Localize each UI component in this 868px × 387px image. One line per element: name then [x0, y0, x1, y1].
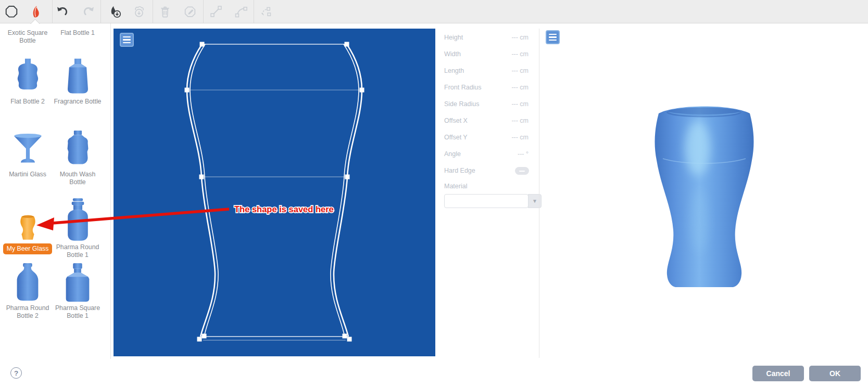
shape-label: Exotic Square Bottle: [2, 29, 54, 45]
revolve-shape-tool-icon[interactable]: [27, 3, 44, 20]
shape-thumbnail[interactable]: [52, 56, 104, 96]
toolbar-divider: [203, 0, 204, 23]
shape-label: Flat Bottle 2: [2, 98, 54, 106]
property-value: --- cm: [511, 34, 529, 41]
sidebar-item-pharma-round-bottle-2[interactable]: Pharma Round Bottle 2: [2, 260, 54, 320]
panel-divider: [539, 29, 539, 358]
property-label: Front Radius: [444, 84, 482, 91]
sidebar-item-pharma-square-bottle-1[interactable]: Pharma Square Bottle 1: [52, 260, 104, 320]
material-input[interactable]: ▼: [444, 194, 529, 208]
property-row-angle: Angle--- °: [444, 150, 529, 161]
profile-left-outer: [187, 44, 215, 337]
profile-handle[interactable]: [197, 337, 202, 342]
property-value: --- °: [518, 150, 529, 158]
shape-label: Pharma Round Bottle 2: [2, 304, 54, 320]
properties-panel: Height--- cmWidth--- cmLength--- cmFront…: [440, 29, 533, 211]
toolbar-divider: [52, 0, 53, 23]
property-row-length: Length--- cm: [444, 67, 529, 78]
property-row-offset-x: Offset X--- cm: [444, 117, 529, 127]
edit-nodes-icon: [257, 3, 274, 20]
shape-designer-window: Exotic Square BottleFlat Bottle 1Flat Bo…: [0, 0, 868, 387]
shape-label: Pharma Round Bottle 1: [52, 243, 104, 259]
profile-handle[interactable]: [199, 175, 204, 179]
property-row-offset-y: Offset Y--- cm: [444, 134, 529, 144]
material-dropdown-button[interactable]: ▼: [528, 194, 542, 208]
shape-label: Fragrance Bottle: [52, 98, 104, 106]
preview-menu-icon[interactable]: [546, 30, 560, 44]
shape-thumbnail[interactable]: [52, 197, 104, 242]
property-value: --- cm: [511, 67, 529, 74]
property-row-front-radius: Front Radius--- cm: [444, 84, 529, 94]
help-icon: ?: [14, 369, 18, 377]
property-value: --- cm: [511, 117, 529, 124]
beer-glass-3d-preview[interactable]: [648, 99, 760, 292]
property-row-side-radius: Side Radius--- cm: [444, 100, 529, 111]
delete-icon: [156, 3, 174, 20]
shape-label: Martini Glass: [2, 171, 54, 178]
help-button[interactable]: ?: [10, 367, 22, 379]
glass-highlight: [685, 121, 710, 175]
profile-handle[interactable]: [360, 88, 364, 93]
material-row: Material: [444, 183, 529, 193]
toolbar-divider: [153, 0, 153, 23]
profile-handle[interactable]: [345, 42, 349, 47]
ok-label: OK: [829, 369, 840, 378]
glass-highlight-2: [691, 190, 708, 252]
material-label: Material: [444, 183, 467, 190]
shape-label: Flat Bottle 1: [52, 29, 104, 37]
shape-label: Mouth Wash Bottle: [52, 171, 104, 186]
straight-segment-icon: [207, 3, 225, 20]
profile-handle[interactable]: [185, 88, 190, 93]
ok-button[interactable]: OK: [809, 366, 861, 381]
profile-handle[interactable]: [345, 175, 350, 179]
property-value: --- cm: [511, 100, 529, 108]
shape-thumbnail[interactable]: [2, 125, 54, 169]
profile-handle[interactable]: [347, 337, 352, 342]
toolbar-divider: [254, 0, 254, 23]
cancel-label: Cancel: [766, 369, 790, 378]
hard-edge-toggle: [515, 167, 529, 175]
profile-handle[interactable]: [202, 334, 207, 339]
property-label: Offset Y: [444, 134, 468, 141]
toolbar: [0, 0, 868, 23]
save-shape-icon[interactable]: [106, 3, 123, 20]
property-row-height: Height--- cm: [444, 34, 529, 44]
property-value: --- cm: [511, 84, 529, 91]
property-label: Length: [444, 67, 464, 74]
sidebar-item-flat-bottle-1[interactable]: Flat Bottle 1: [52, 28, 104, 37]
sidebar-item-mouth-wash-bottle[interactable]: Mouth Wash Bottle: [52, 125, 104, 186]
profile-handle[interactable]: [200, 42, 205, 47]
shape-thumbnail[interactable]: [52, 125, 104, 169]
toolbar-divider: [100, 0, 101, 23]
download-shape-icon: [130, 3, 148, 20]
redo-icon: [80, 3, 97, 20]
polygon-tool-icon[interactable]: [3, 3, 20, 20]
undo-icon[interactable]: [54, 3, 71, 20]
sidebar-item-my-beer-glass[interactable]: My Beer Glass: [2, 197, 54, 254]
sidebar-item-flat-bottle-2[interactable]: Flat Bottle 2: [2, 56, 54, 106]
property-label: Side Radius: [444, 100, 479, 108]
shape-profile-outline[interactable]: [114, 29, 435, 356]
shape-thumbnail[interactable]: [52, 260, 104, 303]
shape-gallery: Exotic Square BottleFlat Bottle 1Flat Bo…: [0, 23, 111, 359]
profile-handles: [185, 42, 364, 342]
shape-thumbnail[interactable]: [2, 197, 54, 242]
property-label: Offset X: [444, 117, 468, 124]
sidebar-item-fragrance-bottle[interactable]: Fragrance Bottle: [52, 56, 104, 106]
shape-label-selected: My Beer Glass: [2, 243, 54, 254]
shape-thumbnail[interactable]: [2, 260, 54, 303]
curve-segment-icon: [232, 3, 250, 20]
shape-thumbnail[interactable]: [2, 56, 54, 96]
shape-label: Pharma Square Bottle 1: [52, 304, 104, 320]
cancel-button[interactable]: Cancel: [752, 366, 804, 381]
sidebar-item-martini-glass[interactable]: Martini Glass: [2, 125, 54, 178]
profile-handle[interactable]: [343, 334, 347, 339]
property-label: Width: [444, 50, 461, 58]
sidebar-item-exotic-square-bottle[interactable]: Exotic Square Bottle: [2, 28, 54, 45]
property-label: Angle: [444, 150, 461, 158]
edit-shape-icon: [181, 3, 199, 20]
property-label: Height: [444, 34, 463, 41]
sidebar-item-pharma-round-bottle-1[interactable]: Pharma Round Bottle 1: [52, 197, 104, 259]
profile-canvas[interactable]: [114, 29, 435, 356]
property-value: --- cm: [511, 134, 529, 141]
